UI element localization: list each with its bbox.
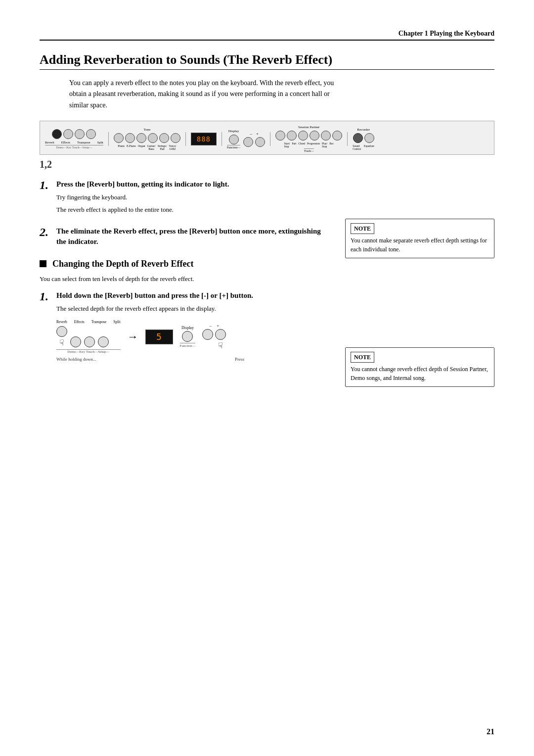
reverb-button[interactable]	[52, 129, 62, 139]
sound-control-button[interactable]	[353, 133, 363, 143]
voice-button[interactable]	[171, 133, 180, 143]
tone-sub-labels: Piano E.Piano Organ Guitar/Bass Strings/…	[118, 144, 176, 150]
step-1-main-text: Press the [Reverb] button, getting its i…	[56, 179, 331, 189]
chord-button[interactable]	[298, 131, 308, 141]
small-display-button[interactable]	[182, 331, 193, 342]
display-group: Display Function—	[227, 129, 240, 149]
step-1: 1. Press the [Reverb] button, getting it…	[40, 179, 331, 217]
note2-text: You cannot change reverb effect depth of…	[351, 365, 489, 382]
display-button[interactable]	[229, 135, 239, 144]
small-demo-label: Demo—Key Touch—Setup—	[56, 349, 121, 354]
organ-label: Organ	[138, 144, 145, 150]
small-labels: Reverb Effects Transpose Split	[56, 320, 121, 324]
black-square-icon	[40, 260, 46, 267]
organ-button[interactable]	[136, 133, 146, 143]
step-2-body: The eliminate the Reverb effect, press t…	[56, 226, 331, 250]
play-stop-button[interactable]	[321, 131, 331, 141]
small-effects-button[interactable]	[70, 336, 81, 347]
substep-1-body: Hold down the [Reverb] button and press …	[56, 290, 331, 362]
main-content: 1. Press the [Reverb] button, getting it…	[40, 179, 331, 394]
small-display-label: Display	[181, 326, 194, 330]
guitar-button[interactable]	[148, 133, 158, 143]
effects-button[interactable]	[63, 129, 73, 139]
small-split-button[interactable]	[98, 336, 109, 347]
epiano-button[interactable]	[125, 133, 135, 143]
main-display: 888	[191, 133, 217, 145]
progression-label: Progression	[307, 142, 320, 148]
guitar-label: Guitar/Bass	[147, 144, 156, 150]
strings-label: Strings/Pad	[158, 144, 167, 150]
substep-1-number: 1.	[40, 290, 51, 362]
note1-text: You cannot make separate reverb effect d…	[351, 236, 489, 254]
keyboard-diagram: Reverb Effects Transpose Split Demo—Key …	[40, 121, 494, 155]
intro-paragraph: You can apply a reverb effect to the not…	[69, 79, 334, 109]
recorder-group: Recorder SoundControl Equalizer	[353, 128, 374, 150]
function-label: Function—	[227, 145, 240, 149]
page-number-text: 21	[487, 727, 494, 736]
piano-button[interactable]	[114, 133, 124, 143]
small-left-panel: Reverb Effects Transpose Split ☟	[56, 320, 121, 354]
chapter-header: Chapter 1 Playing the Keyboard	[40, 30, 494, 41]
tone-group: Tone Piano E.Piano Organ Guitar/Bass Str…	[114, 128, 180, 150]
small-reverb-label: Reverb	[56, 320, 67, 324]
small-transpose-button[interactable]	[84, 336, 95, 347]
subsection-title: Changing the Depth of Reverb Effect	[40, 259, 331, 269]
small-plus-button[interactable]	[215, 329, 226, 340]
step-2-number: 2.	[40, 226, 51, 250]
small-buttons-row: ☟	[56, 326, 109, 347]
rec-button[interactable]	[332, 131, 342, 141]
note1-container: NOTE You cannot make separate reverb eff…	[345, 219, 494, 258]
small-transpose-label: Transpose	[91, 320, 107, 324]
display-label: Display	[228, 129, 239, 133]
plus-label: +	[256, 131, 259, 136]
effects-label: Effects	[61, 141, 70, 144]
transpose-button[interactable]	[75, 129, 85, 139]
reverb-label: Reverb	[45, 141, 54, 144]
recorder-label: Recorder	[357, 128, 370, 132]
chapter-header-text: Chapter 1 Playing the Keyboard	[399, 30, 494, 37]
plus-button[interactable]	[255, 137, 265, 147]
transpose-label: Transpose	[77, 141, 90, 144]
intro-text: You can apply a reverb effect to the not…	[69, 78, 346, 111]
strings-button[interactable]	[159, 133, 169, 143]
small-plus-label: +	[217, 323, 219, 328]
small-display-group: Display Function—	[180, 326, 196, 348]
start-stop-label: Start/Stop	[284, 142, 290, 148]
subsection-title-text: Changing the Depth of Reverb Effect	[52, 259, 193, 269]
section-title-text: Adding Reverberation to Sounds (The Reve…	[40, 52, 332, 67]
substep-1-sub-text: The selected depth for the reverb effect…	[56, 304, 331, 314]
epiano-label: E.Piano	[127, 144, 136, 150]
substep-1-main-text: Hold down the [Reverb] button and press …	[56, 290, 331, 301]
small-keyboard-diagram: Reverb Effects Transpose Split ☟	[56, 320, 331, 354]
equalizer-button[interactable]	[364, 133, 374, 143]
step-2: 2. The eliminate the Reverb effect, pres…	[40, 226, 331, 250]
note1-box: NOTE You cannot make separate reverb eff…	[345, 219, 494, 258]
small-reverb-button[interactable]	[56, 326, 67, 337]
sidebar: NOTE You cannot make separate reverb eff…	[345, 179, 494, 394]
small-minus-button[interactable]	[202, 329, 213, 340]
note2-title: NOTE	[351, 352, 374, 363]
step-1-sub-2: The reverb effect is applied to the enti…	[56, 205, 331, 215]
reverb-group: Reverb Effects Transpose Split Demo—Key …	[45, 129, 103, 149]
split-button[interactable]	[86, 129, 96, 139]
small-display-section: 5	[145, 330, 173, 344]
step-2-main-text: The eliminate the Reverb effect, press t…	[56, 226, 331, 247]
reverb-finger-group: ☟	[56, 326, 67, 347]
plus-minus-group: – +	[243, 131, 265, 147]
note2-container: NOTE You cannot change reverb effect dep…	[345, 347, 494, 387]
rec-label: Rec	[329, 142, 334, 148]
press-caption: Press	[235, 357, 244, 362]
keyboard-panel-row: Reverb Effects Transpose Split Demo—Key …	[45, 125, 489, 152]
small-function-label: Function—	[180, 343, 196, 348]
progression-button[interactable]	[310, 131, 319, 141]
part-button[interactable]	[287, 131, 297, 141]
small-effects-label: Effects	[74, 320, 85, 324]
play-stop-label: Play/Stop	[322, 142, 327, 148]
small-display: 5	[145, 330, 173, 344]
diagram-captions: While holding down... Press	[56, 356, 244, 362]
start-stop-button[interactable]	[275, 131, 285, 141]
demo-key-setup-label: Demo—Key Touch—Setup—	[45, 145, 103, 149]
minus-button[interactable]	[243, 137, 253, 147]
split-label: Split	[97, 141, 103, 144]
voice-label: Voice/GM2	[169, 144, 176, 150]
